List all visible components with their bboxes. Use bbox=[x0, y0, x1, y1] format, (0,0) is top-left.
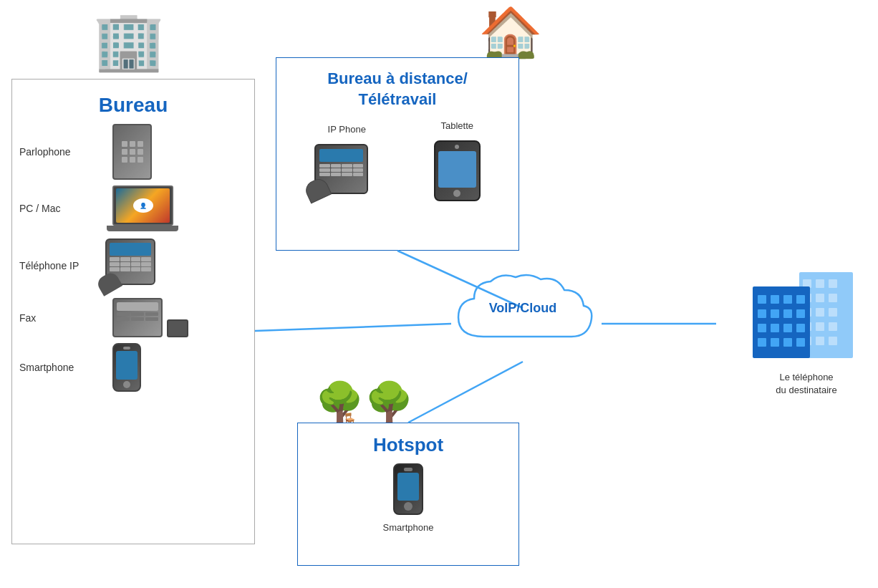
destination-building-icon bbox=[749, 258, 864, 365]
smartphone-label: Smartphone bbox=[19, 362, 98, 373]
pc-label: PC / Mac bbox=[19, 203, 98, 214]
svg-rect-12 bbox=[829, 322, 837, 331]
fax-label: Fax bbox=[19, 312, 98, 324]
ipphone-label: IP Phone bbox=[328, 124, 366, 135]
smartphone-icon bbox=[112, 343, 141, 392]
house-icon: 🏠 bbox=[478, 4, 543, 64]
svg-rect-11 bbox=[816, 322, 824, 331]
tablette-icon bbox=[434, 140, 481, 201]
svg-rect-8 bbox=[816, 308, 824, 317]
parlophone-label: Parlophone bbox=[19, 146, 98, 158]
svg-rect-27 bbox=[783, 324, 792, 332]
hotspot-smartphone-icon bbox=[393, 463, 423, 515]
svg-rect-9 bbox=[829, 308, 837, 317]
svg-rect-6 bbox=[829, 294, 837, 302]
bureau-item-fax: Fax bbox=[19, 298, 247, 337]
remote-item-ipphone: IP Phone bbox=[314, 124, 379, 201]
ipphone-icon bbox=[314, 144, 379, 201]
remote-title: Bureau à distance/ Télétravail bbox=[287, 69, 508, 110]
svg-rect-25 bbox=[758, 324, 766, 332]
svg-rect-22 bbox=[771, 309, 779, 318]
destination-buildings-svg bbox=[749, 258, 864, 365]
bureau-item-parlophone: Parlophone bbox=[19, 124, 247, 180]
svg-rect-26 bbox=[771, 324, 779, 332]
bureau-box: Bureau Parlophone PC / Mac 👤 bbox=[11, 79, 255, 544]
destination-box: Le téléphonedu destinataire bbox=[749, 258, 864, 397]
svg-rect-21 bbox=[758, 309, 766, 318]
svg-line-33 bbox=[255, 324, 451, 331]
svg-rect-2 bbox=[816, 279, 824, 288]
svg-rect-29 bbox=[758, 338, 766, 347]
remote-items: IP Phone bbox=[287, 120, 508, 201]
parlophone-icon bbox=[112, 124, 152, 180]
svg-rect-24 bbox=[796, 309, 805, 318]
bureau-building-icon: 🏢 bbox=[93, 7, 165, 74]
destination-label: Le téléphonedu destinataire bbox=[749, 371, 864, 397]
svg-rect-18 bbox=[771, 295, 779, 304]
svg-rect-15 bbox=[829, 337, 837, 345]
pc-icon: 👤 bbox=[112, 185, 178, 231]
trees-icon: 🌳🌳 bbox=[315, 380, 414, 426]
fax-icon bbox=[112, 298, 188, 337]
hotspot-item-smartphone: Smartphone bbox=[383, 463, 434, 533]
hotspot-smartphone-label: Smartphone bbox=[383, 522, 434, 533]
bureau-item-pc: PC / Mac 👤 bbox=[19, 185, 247, 231]
svg-rect-30 bbox=[771, 338, 779, 347]
svg-rect-5 bbox=[816, 294, 824, 302]
bureau-item-telephone-ip: Téléphone IP bbox=[19, 238, 247, 292]
telephone-ip-label: Téléphone IP bbox=[19, 260, 98, 271]
tablette-label: Tablette bbox=[440, 120, 473, 131]
svg-rect-28 bbox=[796, 324, 805, 332]
svg-rect-3 bbox=[829, 279, 837, 288]
svg-rect-17 bbox=[758, 295, 766, 304]
remote-item-tablette: Tablette bbox=[434, 120, 481, 201]
svg-rect-31 bbox=[783, 338, 792, 347]
telephone-ip-icon bbox=[105, 238, 166, 292]
remote-box: Bureau à distance/ Télétravail IP Phone bbox=[276, 57, 519, 251]
bureau-title: Bureau bbox=[19, 94, 247, 117]
hotspot-box: Hotspot Smartphone bbox=[297, 423, 519, 566]
svg-line-35 bbox=[408, 362, 523, 423]
hotspot-items: Smartphone bbox=[309, 463, 508, 533]
svg-rect-20 bbox=[796, 295, 805, 304]
voip-cloud-label: VoIP/Cloud bbox=[451, 301, 594, 316]
svg-rect-14 bbox=[816, 337, 824, 345]
bureau-item-smartphone: Smartphone bbox=[19, 343, 247, 392]
svg-rect-32 bbox=[796, 338, 805, 347]
svg-rect-23 bbox=[783, 309, 792, 318]
svg-rect-19 bbox=[783, 295, 792, 304]
hotspot-title: Hotspot bbox=[309, 434, 508, 456]
